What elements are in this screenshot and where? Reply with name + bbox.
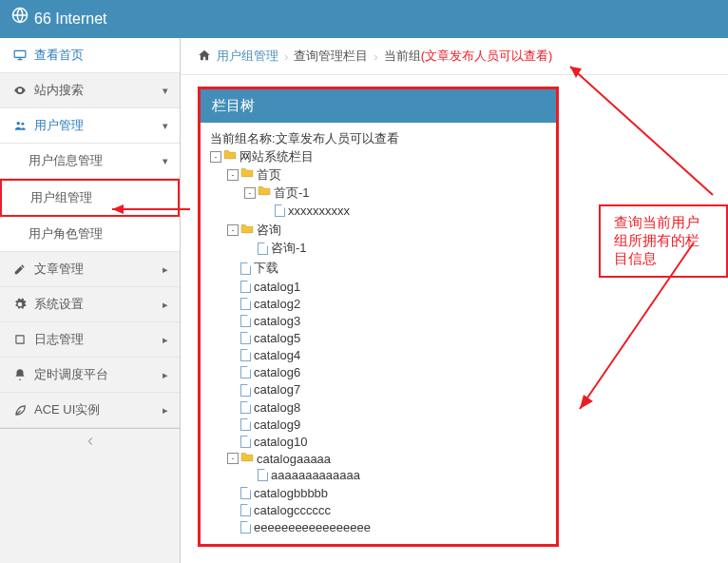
- file-icon: [240, 332, 251, 344]
- tree-node-label: 网站系统栏目: [239, 149, 314, 164]
- tree-node[interactable]: eeeeeeeeeeeeeeeee: [227, 518, 546, 535]
- file-icon: [240, 504, 251, 516]
- tree-node[interactable]: catalog7: [227, 380, 546, 398]
- bell-icon: [11, 368, 29, 381]
- folder-icon: [240, 223, 254, 237]
- sidebar-item[interactable]: 用户管理▾: [0, 108, 180, 144]
- tree-node[interactable]: catalog9: [227, 416, 546, 433]
- sidebar-item[interactable]: ACE UI实例▸: [0, 393, 180, 428]
- tree-node-label: catalog6: [254, 365, 300, 379]
- sidebar-item[interactable]: 文章管理▸: [0, 252, 180, 287]
- folder-icon: [258, 184, 271, 199]
- sidebar-item-label: 用户信息管理: [29, 152, 163, 169]
- tree-node-label: catalog8: [254, 400, 300, 415]
- tree-node[interactable]: -咨询咨询-1: [227, 221, 546, 259]
- sidebar-item-label: 日志管理: [34, 331, 163, 348]
- breadcrumb-link-1[interactable]: 用户组管理: [217, 48, 278, 65]
- sidebar-item[interactable]: 站内搜索▾: [0, 73, 180, 108]
- file-icon: [240, 487, 251, 499]
- sidebar-item-label: 用户管理: [34, 117, 163, 134]
- sidebar-item-label: 站内搜索: [34, 82, 163, 99]
- file-icon: [240, 521, 251, 534]
- tree-expander[interactable]: -: [227, 453, 239, 464]
- sidebar-item-label: 用户组管理: [30, 189, 166, 206]
- tree-node[interactable]: catalog2: [227, 295, 546, 312]
- tree-node[interactable]: -首页-首页-1xxxxxxxxxx: [227, 165, 546, 221]
- tree-node-label: xxxxxxxxxx: [288, 204, 350, 218]
- tree-node[interactable]: xxxxxxxxxx: [261, 202, 546, 219]
- eye-icon: [11, 84, 29, 97]
- breadcrumb-link-2: 查询管理栏目: [294, 48, 368, 65]
- tree-node-label: 首页: [257, 167, 281, 182]
- file-icon: [240, 262, 251, 275]
- sidebar-collapse-button[interactable]: [0, 428, 180, 456]
- tree-node-label: catalog3: [254, 314, 300, 328]
- breadcrumb-sep: ›: [374, 49, 377, 64]
- group-name-line: 当前组名称:文章发布人员可以查看: [210, 130, 546, 147]
- tree-node-label: 咨询: [257, 223, 281, 237]
- tree-node-label: catalog10: [254, 435, 307, 449]
- file-icon: [258, 243, 268, 255]
- file-icon: [240, 418, 251, 431]
- sidebar-item-label: 文章管理: [34, 261, 163, 278]
- svg-rect-1: [14, 50, 26, 57]
- sidebar-item[interactable]: 日志管理▸: [0, 322, 180, 358]
- tree-node[interactable]: catalogcccccc: [227, 501, 546, 518]
- tree-node[interactable]: catalog10: [227, 433, 546, 450]
- home-icon[interactable]: [198, 49, 211, 65]
- tree-expander[interactable]: -: [227, 169, 239, 181]
- tree-node[interactable]: 下载: [227, 259, 546, 278]
- tree-node-label: catalogaaaaa: [257, 452, 331, 466]
- sidebar-item-label: 查看首页: [34, 47, 168, 64]
- leaf-icon: [11, 403, 29, 417]
- sidebar-subitem[interactable]: 用户信息管理▾: [0, 144, 180, 179]
- tree-node[interactable]: -catalogaaaaaaaaaaaaaaaaaa: [227, 450, 546, 484]
- sidebar-item[interactable]: 系统设置▸: [0, 287, 180, 322]
- sidebar-subitem[interactable]: 用户组管理: [0, 179, 180, 217]
- tree-expander[interactable]: -: [227, 224, 239, 236]
- book-icon: [11, 333, 29, 346]
- tree-node-label: catalog2: [254, 297, 300, 311]
- tree-node-label: catalog1: [254, 280, 300, 294]
- sidebar-item-label: ACE UI实例: [34, 401, 163, 418]
- tree-node[interactable]: 咨询-1: [244, 239, 546, 258]
- tree-node-label: 咨询-1: [271, 241, 307, 255]
- sidebar-subitem[interactable]: 用户角色管理: [0, 217, 180, 252]
- sidebar-item[interactable]: 查看首页: [0, 38, 180, 73]
- edit-icon: [11, 262, 29, 276]
- file-icon: [240, 401, 251, 414]
- tree-node[interactable]: -首页-1xxxxxxxxxx: [244, 184, 546, 220]
- tree-node-label: catalogcccccc: [254, 503, 331, 517]
- tree-expander[interactable]: -: [210, 151, 221, 163]
- svg-line-4: [570, 67, 713, 195]
- tree-node[interactable]: catalogbbbbb: [227, 484, 546, 501]
- tree-node[interactable]: catalog1: [227, 278, 546, 295]
- file-icon: [240, 436, 251, 448]
- tree-node[interactable]: -网站系统栏目-首页-首页-1xxxxxxxxxx-咨询咨询-1下载catalo…: [210, 147, 546, 536]
- file-icon: [240, 366, 251, 379]
- file-icon: [258, 469, 268, 481]
- main-content: 用户组管理 › 查询管理栏目 › 当前组(文章发布人员可以查看) 栏目树 当前组…: [181, 38, 728, 563]
- tree-expander[interactable]: -: [244, 187, 256, 199]
- file-icon: [275, 204, 285, 217]
- tree-node[interactable]: catalog5: [227, 329, 546, 346]
- app-header: 66 Internet: [0, 0, 728, 38]
- column-tree-panel: 栏目树 当前组名称:文章发布人员可以查看 -网站系统栏目-首页-首页-1xxxx…: [198, 87, 559, 547]
- tree-node[interactable]: catalog6: [227, 363, 546, 380]
- tree-node-label: catalog7: [254, 383, 300, 398]
- tree-node[interactable]: aaaaaaaaaaaaa: [244, 466, 546, 483]
- app-title: 66 Internet: [34, 0, 107, 38]
- sidebar-item-label: 系统设置: [34, 296, 163, 313]
- tree-node[interactable]: catalog4: [227, 346, 546, 363]
- tree-node-label: eeeeeeeeeeeeeeeee: [254, 520, 371, 534]
- sidebar-item-label: 定时调度平台: [34, 366, 163, 383]
- column-tree[interactable]: -网站系统栏目-首页-首页-1xxxxxxxxxx-咨询咨询-1下载catalo…: [210, 147, 546, 536]
- tree-node-label: 首页-1: [274, 185, 310, 200]
- sidebar-item[interactable]: 定时调度平台▸: [0, 358, 180, 393]
- breadcrumb: 用户组管理 › 查询管理栏目 › 当前组(文章发布人员可以查看): [181, 38, 728, 75]
- tree-node[interactable]: catalog3: [227, 312, 546, 329]
- tree-node[interactable]: catalog8: [227, 398, 546, 416]
- file-icon: [240, 315, 251, 327]
- file-icon: [240, 298, 251, 310]
- tree-node-label: catalog4: [254, 348, 300, 362]
